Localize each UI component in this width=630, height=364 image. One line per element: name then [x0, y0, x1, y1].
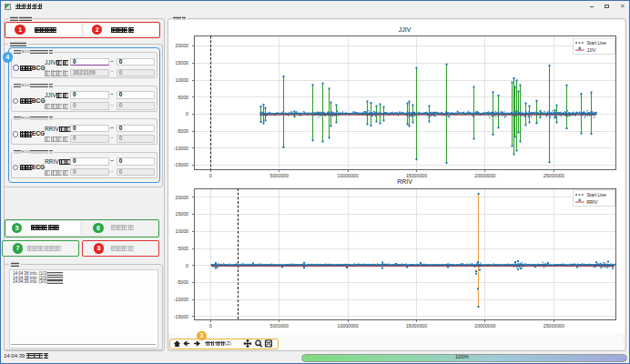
- svg-text:0: 0: [209, 173, 212, 178]
- svg-text:JJIV: JJIV: [587, 47, 596, 53]
- svg-text:10000000: 10000000: [338, 173, 359, 178]
- svg-text:0: 0: [186, 111, 188, 116]
- svg-text:25000000: 25000000: [544, 173, 564, 178]
- svg-text:-10000: -10000: [174, 145, 188, 150]
- svg-text:10000: 10000: [176, 76, 189, 82]
- svg-text:20000000: 20000000: [474, 173, 495, 178]
- svg-text:-5000: -5000: [177, 127, 188, 133]
- svg-text:-15000: -15000: [174, 162, 188, 167]
- svg-text:15000: 15000: [176, 60, 189, 66]
- svg-text:-5000: -5000: [177, 279, 188, 285]
- svg-text:20000: 20000: [176, 194, 189, 199]
- svg-text:20000: 20000: [176, 43, 189, 48]
- svg-text:5000000: 5000000: [270, 173, 289, 178]
- svg-text:Start Line: Start Line: [587, 40, 607, 46]
- svg-text:25000000: 25000000: [544, 323, 564, 329]
- svg-text:-15000: -15000: [174, 313, 188, 318]
- svg-text:5000000: 5000000: [270, 323, 289, 329]
- svg-text:10000000: 10000000: [338, 323, 359, 329]
- svg-text:15000000: 15000000: [406, 323, 427, 329]
- svg-text:5000: 5000: [178, 94, 188, 99]
- svg-text:RRIV: RRIV: [397, 178, 412, 185]
- svg-text:-10000: -10000: [174, 296, 188, 301]
- svg-text:0: 0: [209, 323, 212, 329]
- svg-text:Start Line: Start Line: [587, 192, 607, 197]
- svg-text:15000: 15000: [176, 211, 189, 217]
- svg-text:0: 0: [186, 262, 188, 268]
- svg-text:10000: 10000: [176, 228, 189, 234]
- svg-text:20000000: 20000000: [474, 323, 495, 329]
- svg-text:JJIV: JJIV: [399, 25, 412, 32]
- svg-text:5000: 5000: [178, 245, 188, 250]
- svg-text:RRIV: RRIV: [587, 199, 599, 205]
